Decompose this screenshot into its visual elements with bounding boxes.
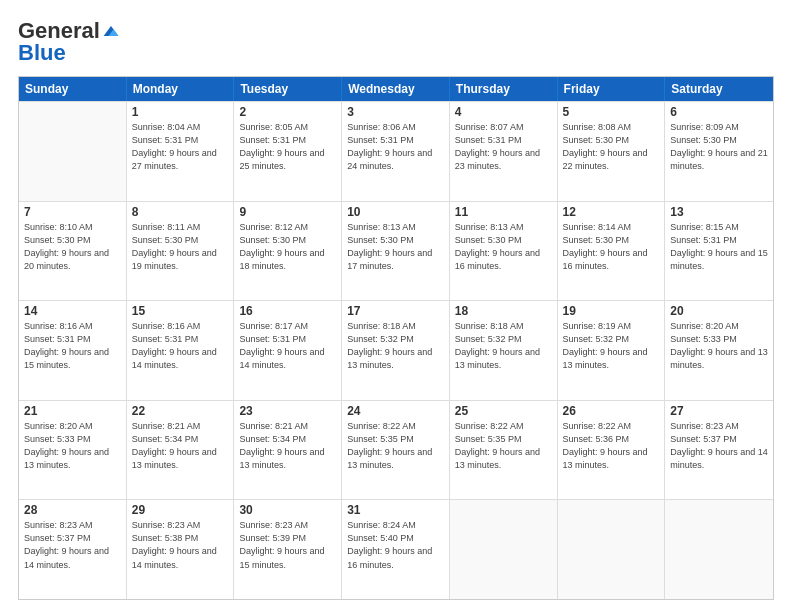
day-info: Sunrise: 8:09 AMSunset: 5:30 PMDaylight:… [670, 121, 768, 173]
calendar-cell: 10Sunrise: 8:13 AMSunset: 5:30 PMDayligh… [342, 202, 450, 301]
day-info: Sunrise: 8:04 AMSunset: 5:31 PMDaylight:… [132, 121, 229, 173]
calendar-cell: 21Sunrise: 8:20 AMSunset: 5:33 PMDayligh… [19, 401, 127, 500]
day-number: 16 [239, 304, 336, 318]
calendar-cell: 18Sunrise: 8:18 AMSunset: 5:32 PMDayligh… [450, 301, 558, 400]
day-number: 14 [24, 304, 121, 318]
day-number: 24 [347, 404, 444, 418]
day-info: Sunrise: 8:12 AMSunset: 5:30 PMDaylight:… [239, 221, 336, 273]
logo-icon [102, 24, 120, 38]
day-number: 19 [563, 304, 660, 318]
day-info: Sunrise: 8:21 AMSunset: 5:34 PMDaylight:… [132, 420, 229, 472]
day-info: Sunrise: 8:22 AMSunset: 5:35 PMDaylight:… [347, 420, 444, 472]
day-info: Sunrise: 8:22 AMSunset: 5:35 PMDaylight:… [455, 420, 552, 472]
day-info: Sunrise: 8:07 AMSunset: 5:31 PMDaylight:… [455, 121, 552, 173]
day-number: 11 [455, 205, 552, 219]
day-number: 26 [563, 404, 660, 418]
day-info: Sunrise: 8:24 AMSunset: 5:40 PMDaylight:… [347, 519, 444, 571]
day-number: 17 [347, 304, 444, 318]
day-number: 20 [670, 304, 768, 318]
day-info: Sunrise: 8:14 AMSunset: 5:30 PMDaylight:… [563, 221, 660, 273]
day-info: Sunrise: 8:16 AMSunset: 5:31 PMDaylight:… [132, 320, 229, 372]
day-number: 10 [347, 205, 444, 219]
day-number: 7 [24, 205, 121, 219]
day-info: Sunrise: 8:18 AMSunset: 5:32 PMDaylight:… [455, 320, 552, 372]
day-number: 28 [24, 503, 121, 517]
day-number: 5 [563, 105, 660, 119]
calendar-header-cell: Friday [558, 77, 666, 101]
calendar-cell: 4Sunrise: 8:07 AMSunset: 5:31 PMDaylight… [450, 102, 558, 201]
day-info: Sunrise: 8:05 AMSunset: 5:31 PMDaylight:… [239, 121, 336, 173]
logo-blue: Blue [18, 40, 66, 66]
day-info: Sunrise: 8:20 AMSunset: 5:33 PMDaylight:… [670, 320, 768, 372]
calendar-header-cell: Thursday [450, 77, 558, 101]
calendar-header-cell: Saturday [665, 77, 773, 101]
calendar-cell [19, 102, 127, 201]
day-number: 13 [670, 205, 768, 219]
calendar-week-1: 1Sunrise: 8:04 AMSunset: 5:31 PMDaylight… [19, 101, 773, 201]
calendar-cell: 26Sunrise: 8:22 AMSunset: 5:36 PMDayligh… [558, 401, 666, 500]
page: General Blue SundayMondayTuesdayWednesda… [0, 0, 792, 612]
calendar-cell: 27Sunrise: 8:23 AMSunset: 5:37 PMDayligh… [665, 401, 773, 500]
day-number: 15 [132, 304, 229, 318]
calendar-cell: 3Sunrise: 8:06 AMSunset: 5:31 PMDaylight… [342, 102, 450, 201]
calendar-cell: 14Sunrise: 8:16 AMSunset: 5:31 PMDayligh… [19, 301, 127, 400]
calendar-cell: 23Sunrise: 8:21 AMSunset: 5:34 PMDayligh… [234, 401, 342, 500]
calendar-cell: 5Sunrise: 8:08 AMSunset: 5:30 PMDaylight… [558, 102, 666, 201]
day-info: Sunrise: 8:16 AMSunset: 5:31 PMDaylight:… [24, 320, 121, 372]
calendar-cell: 12Sunrise: 8:14 AMSunset: 5:30 PMDayligh… [558, 202, 666, 301]
calendar-header-cell: Monday [127, 77, 235, 101]
logo: General Blue [18, 18, 120, 66]
day-info: Sunrise: 8:23 AMSunset: 5:37 PMDaylight:… [24, 519, 121, 571]
day-number: 21 [24, 404, 121, 418]
day-info: Sunrise: 8:17 AMSunset: 5:31 PMDaylight:… [239, 320, 336, 372]
calendar-header-cell: Tuesday [234, 77, 342, 101]
day-info: Sunrise: 8:10 AMSunset: 5:30 PMDaylight:… [24, 221, 121, 273]
day-info: Sunrise: 8:08 AMSunset: 5:30 PMDaylight:… [563, 121, 660, 173]
calendar-header-cell: Sunday [19, 77, 127, 101]
day-info: Sunrise: 8:13 AMSunset: 5:30 PMDaylight:… [347, 221, 444, 273]
calendar-body: 1Sunrise: 8:04 AMSunset: 5:31 PMDaylight… [19, 101, 773, 599]
day-number: 22 [132, 404, 229, 418]
calendar-cell: 29Sunrise: 8:23 AMSunset: 5:38 PMDayligh… [127, 500, 235, 599]
calendar-header-row: SundayMondayTuesdayWednesdayThursdayFrid… [19, 77, 773, 101]
calendar-cell: 7Sunrise: 8:10 AMSunset: 5:30 PMDaylight… [19, 202, 127, 301]
calendar-cell: 17Sunrise: 8:18 AMSunset: 5:32 PMDayligh… [342, 301, 450, 400]
calendar-cell: 8Sunrise: 8:11 AMSunset: 5:30 PMDaylight… [127, 202, 235, 301]
calendar-cell: 1Sunrise: 8:04 AMSunset: 5:31 PMDaylight… [127, 102, 235, 201]
day-number: 27 [670, 404, 768, 418]
calendar-cell [665, 500, 773, 599]
calendar-cell: 24Sunrise: 8:22 AMSunset: 5:35 PMDayligh… [342, 401, 450, 500]
calendar-cell: 13Sunrise: 8:15 AMSunset: 5:31 PMDayligh… [665, 202, 773, 301]
calendar-cell: 25Sunrise: 8:22 AMSunset: 5:35 PMDayligh… [450, 401, 558, 500]
day-number: 6 [670, 105, 768, 119]
calendar-cell: 11Sunrise: 8:13 AMSunset: 5:30 PMDayligh… [450, 202, 558, 301]
day-number: 12 [563, 205, 660, 219]
day-info: Sunrise: 8:19 AMSunset: 5:32 PMDaylight:… [563, 320, 660, 372]
day-info: Sunrise: 8:22 AMSunset: 5:36 PMDaylight:… [563, 420, 660, 472]
calendar-cell: 30Sunrise: 8:23 AMSunset: 5:39 PMDayligh… [234, 500, 342, 599]
day-info: Sunrise: 8:06 AMSunset: 5:31 PMDaylight:… [347, 121, 444, 173]
day-number: 29 [132, 503, 229, 517]
header: General Blue [18, 18, 774, 66]
calendar-header-cell: Wednesday [342, 77, 450, 101]
day-number: 25 [455, 404, 552, 418]
calendar-week-4: 21Sunrise: 8:20 AMSunset: 5:33 PMDayligh… [19, 400, 773, 500]
day-info: Sunrise: 8:23 AMSunset: 5:38 PMDaylight:… [132, 519, 229, 571]
calendar-cell: 16Sunrise: 8:17 AMSunset: 5:31 PMDayligh… [234, 301, 342, 400]
calendar-cell: 31Sunrise: 8:24 AMSunset: 5:40 PMDayligh… [342, 500, 450, 599]
day-number: 1 [132, 105, 229, 119]
day-number: 3 [347, 105, 444, 119]
day-info: Sunrise: 8:23 AMSunset: 5:37 PMDaylight:… [670, 420, 768, 472]
day-number: 4 [455, 105, 552, 119]
day-number: 23 [239, 404, 336, 418]
calendar-week-5: 28Sunrise: 8:23 AMSunset: 5:37 PMDayligh… [19, 499, 773, 599]
calendar-cell: 22Sunrise: 8:21 AMSunset: 5:34 PMDayligh… [127, 401, 235, 500]
day-number: 9 [239, 205, 336, 219]
day-info: Sunrise: 8:13 AMSunset: 5:30 PMDaylight:… [455, 221, 552, 273]
day-number: 30 [239, 503, 336, 517]
day-info: Sunrise: 8:18 AMSunset: 5:32 PMDaylight:… [347, 320, 444, 372]
day-number: 31 [347, 503, 444, 517]
calendar-week-3: 14Sunrise: 8:16 AMSunset: 5:31 PMDayligh… [19, 300, 773, 400]
calendar-cell: 6Sunrise: 8:09 AMSunset: 5:30 PMDaylight… [665, 102, 773, 201]
day-info: Sunrise: 8:23 AMSunset: 5:39 PMDaylight:… [239, 519, 336, 571]
